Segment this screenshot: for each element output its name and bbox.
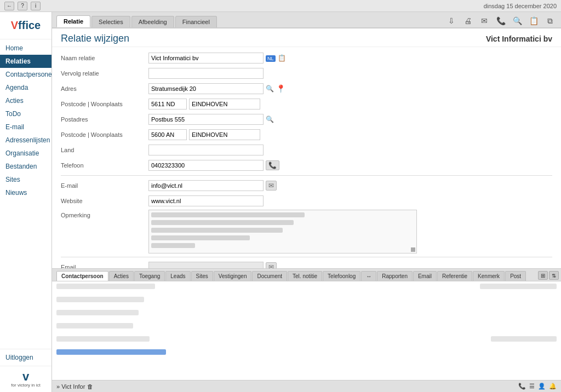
email-label: E-mail — [61, 182, 148, 189]
search-address-icon[interactable]: 🔍 — [266, 85, 274, 93]
contact-row5 — [56, 336, 557, 346]
download-icon[interactable]: ⇩ — [445, 15, 458, 26]
email-input[interactable] — [148, 180, 264, 191]
btab-arrow[interactable]: ↔ — [361, 271, 376, 281]
contact-row2 — [56, 297, 557, 307]
map-pin-icon[interactable]: 📍 — [276, 84, 285, 93]
person-status-icon[interactable]: 👤 — [538, 383, 546, 390]
resize-handle[interactable] — [411, 247, 415, 252]
btab-kenmerk[interactable]: Kenmerk — [473, 271, 505, 281]
page-subtitle: Vict Informatici bv — [486, 34, 552, 43]
sidebar-item-agenda[interactable]: Agenda — [0, 81, 51, 94]
sidebar-item-home[interactable]: Home — [0, 42, 51, 55]
print-icon[interactable]: 🖨 — [461, 15, 474, 26]
bottom-tab-actions: ⊞ ⇅ — [536, 270, 561, 281]
opmerking-textarea[interactable] — [148, 210, 417, 253]
vervolg-relatie-input[interactable] — [148, 68, 264, 79]
btab-sites[interactable]: Sites — [191, 271, 213, 281]
sidebar-item-contactpersonen[interactable]: Contactpersonen — [0, 68, 51, 81]
email-send-icon[interactable]: ✉ — [266, 181, 277, 191]
btab-telnotitie[interactable]: Tel. notitie — [288, 271, 322, 281]
window-icon[interactable]: ⧉ — [543, 15, 557, 26]
info-button[interactable]: i — [31, 2, 41, 10]
sidebar-item-adressenlijsten[interactable]: Adressenlijsten — [0, 134, 51, 147]
postadres-input[interactable] — [148, 114, 264, 125]
sidebar-item-relaties[interactable]: Relaties — [0, 55, 51, 68]
bottom-tab-bar: Contactpersoon Acties Toegang Leads Site… — [52, 269, 561, 281]
naam-relatie-row: Naam relatie NL 📋 — [61, 51, 552, 65]
copy-icon[interactable]: 📋 — [527, 15, 540, 26]
tab-afbeelding[interactable]: Afbeelding — [131, 16, 174, 27]
logo-area: Vffice — [0, 12, 51, 39]
sidebar-item-bestanden[interactable]: Bestanden — [0, 160, 51, 173]
btab-acties[interactable]: Acties — [109, 271, 134, 281]
top-bar: ← ? i dinsdag 15 december 2020 — [0, 0, 561, 12]
call-icon[interactable]: 📞 — [266, 160, 279, 170]
btab-email[interactable]: Email — [413, 271, 437, 281]
search-post-icon[interactable]: 🔍 — [266, 116, 274, 123]
phone-icon[interactable]: 📞 — [494, 15, 507, 26]
tag-icon[interactable]: NL — [266, 54, 276, 62]
contact-name4 — [56, 323, 133, 328]
delete-icon[interactable]: 🗑 — [87, 383, 93, 390]
sidebar-item-todo[interactable]: ToDo — [0, 107, 51, 120]
contact-selected[interactable] — [56, 349, 166, 355]
contact-row4 — [56, 323, 557, 333]
logo-bottom: v for victory in ict — [0, 366, 51, 392]
vervolg-relatie-label: Vervolg relatie — [61, 70, 148, 77]
sidebar-item-sites[interactable]: Sites — [0, 173, 51, 186]
email2-send-icon[interactable]: ✉ — [266, 262, 277, 268]
search-icon[interactable]: 🔍 — [511, 15, 524, 26]
page-header: Relatie wijzigen Vict Informatici bv — [52, 28, 561, 47]
adres-input[interactable] — [148, 83, 264, 94]
opmerking-label: Opmerking — [61, 210, 148, 218]
tab-financieel[interactable]: Financieel — [175, 16, 217, 27]
content-area: Relatie Selecties Afbeelding Financieel … — [52, 12, 561, 392]
btab-toegang[interactable]: Toegang — [134, 271, 165, 281]
website-wrap — [148, 195, 552, 206]
postcode2-input[interactable] — [148, 129, 187, 140]
btab-leads[interactable]: Leads — [165, 271, 190, 281]
btab-vestigingen[interactable]: Vestigingen — [214, 271, 252, 281]
sort-button[interactable]: ⇅ — [549, 271, 559, 280]
btab-referentie[interactable]: Referentie — [437, 271, 472, 281]
naam-relatie-input[interactable] — [148, 53, 264, 64]
logout-button[interactable]: Uitloggen — [0, 349, 51, 366]
phone-status-icon[interactable]: 📞 — [518, 383, 526, 390]
copy2-icon[interactable]: 📋 — [278, 54, 286, 62]
postcode1-row: Postcode | Woonplaats — [61, 97, 552, 111]
telefoon-input[interactable] — [148, 160, 264, 171]
alert-status-icon[interactable]: 🔔 — [549, 383, 557, 390]
help-button[interactable]: ? — [18, 2, 27, 10]
email-row: E-mail ✉ — [61, 179, 552, 192]
contact-info1 — [480, 284, 557, 289]
telefoon-label: Telefoon — [61, 162, 148, 169]
email-wrap: ✉ — [148, 180, 552, 191]
add-row-button[interactable]: ⊞ — [538, 271, 548, 280]
back-button[interactable]: ← — [4, 2, 14, 10]
btab-contactpersoon[interactable]: Contactpersoon — [56, 271, 108, 281]
tab-relatie[interactable]: Relatie — [56, 15, 90, 27]
btab-document[interactable]: Document — [252, 271, 287, 281]
btab-post[interactable]: Post — [505, 271, 526, 281]
contact-row6 — [56, 349, 557, 359]
woonplaats1-input[interactable] — [189, 99, 260, 109]
land-input[interactable] — [148, 145, 264, 155]
btab-telefoonlog[interactable]: Telefoonlog — [323, 271, 360, 281]
nav-items: Home Relaties Contactpersonen Agenda Act… — [0, 39, 51, 349]
email2-input[interactable] — [148, 262, 264, 268]
woonplaats2-input[interactable] — [189, 129, 260, 140]
sidebar-item-acties[interactable]: Acties — [0, 94, 51, 107]
tab-selecties[interactable]: Selecties — [91, 16, 130, 27]
website-input[interactable] — [148, 195, 264, 206]
btab-rapporten[interactable]: Rapporten — [377, 271, 413, 281]
land-row: Land — [61, 143, 552, 157]
sidebar-item-nieuws[interactable]: Nieuws — [0, 186, 51, 199]
email-icon[interactable]: ✉ — [478, 15, 491, 26]
list-status-icon[interactable]: ☰ — [529, 383, 535, 390]
sidebar-item-email[interactable]: E-mail — [0, 120, 51, 134]
adres-wrap: 🔍 📍 — [148, 83, 552, 94]
postcode1-input[interactable] — [148, 99, 187, 109]
contact-row1 — [56, 284, 557, 293]
sidebar-item-organisatie[interactable]: Organisatie — [0, 147, 51, 160]
